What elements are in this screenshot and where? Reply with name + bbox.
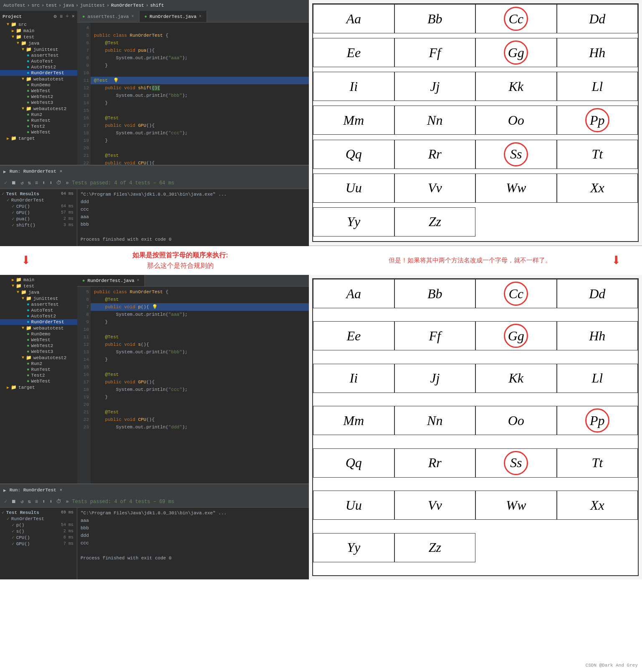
b-expand-btn[interactable]: ≡: [34, 499, 39, 505]
tree-item-b-target[interactable]: ▶ 📁 target: [0, 384, 77, 390]
tree-item-b-webtest[interactable]: ● WebTest: [0, 337, 77, 343]
arrow-left: ⬇: [21, 250, 31, 271]
b-check-btn[interactable]: ✓: [3, 498, 8, 505]
top-section: AutoTest › src › test › java › junittest…: [0, 0, 642, 246]
tree-item-runtest[interactable]: ● RunTest: [0, 118, 77, 123]
tree-item-webautotest2[interactable]: ▼ 📁 webautotest2: [0, 106, 77, 112]
middle-annotation: ⬇ 如果是按照首字母的顺序来执行: 那么这个是符合规则的 但是！如果将其中两个方…: [0, 246, 642, 275]
stop-btn[interactable]: ⏹: [10, 180, 17, 186]
tree-item-b-autotest2[interactable]: ● AutoTest2: [0, 313, 77, 319]
tree-item-webtest3[interactable]: ● WebTest3: [0, 100, 77, 106]
alpha-cell-g: Gg: [475, 38, 557, 67]
tree-item-b-webtest-last[interactable]: ● WebTest: [0, 378, 77, 384]
tree-item-b-webautotest[interactable]: ▼ 📁 webautotest: [0, 325, 77, 331]
alpha-cell-f: Ff: [394, 38, 476, 67]
alpha-cell-u: Uu: [313, 174, 394, 203]
b-collapse-btn[interactable]: ⬆: [41, 498, 46, 505]
tree-item-b-junittest[interactable]: ▼ 📁 junittest: [0, 295, 77, 302]
tree-item-webautotest[interactable]: ▼ 📁 webautotest: [0, 76, 77, 82]
tree-item-src[interactable]: ▼ 📁 src: [0, 21, 77, 28]
timer-btn[interactable]: ⏱: [56, 180, 62, 186]
tab-asserttest[interactable]: ● assertTest.java ×: [77, 11, 139, 22]
tree-item-runordertest[interactable]: ● RunOrderTest: [0, 70, 77, 76]
annotation-center: 如果是按照首字母的顺序来执行: 那么这个是符合规则的: [31, 251, 329, 270]
tab-runordertest[interactable]: ● RunOrderTest.java ×: [139, 11, 207, 22]
b-timer-btn[interactable]: ⏱: [56, 498, 62, 505]
alpha-cell-p: Pp: [557, 106, 638, 135]
tree-item-b-java[interactable]: ▼ 📁 java: [0, 289, 77, 295]
expand-btn[interactable]: ≡: [34, 180, 39, 186]
b-down-btn[interactable]: ⬇: [48, 498, 53, 505]
tree-item-b-asserttest[interactable]: ● assertTest: [0, 302, 77, 307]
tree-item-webtest-b2[interactable]: ● WebTest: [0, 129, 77, 135]
tree-item-asserttest[interactable]: ● assertTest: [0, 53, 77, 58]
alpha-cell-v: Vv: [394, 491, 476, 520]
tree-item-webtest[interactable]: ● WebTest: [0, 88, 77, 94]
alpha-cell-i: Ii: [313, 72, 394, 101]
tree-item-b-webautotest2[interactable]: ▼ 📁 webautotest2: [0, 355, 77, 361]
code-content-top: public class RunOrderTest { @Test public…: [91, 23, 309, 165]
tree-item-b-autotest[interactable]: ● AutoTest: [0, 307, 77, 313]
b-more-btn[interactable]: »: [65, 499, 69, 505]
alpha-cell-m: Mm: [313, 406, 394, 435]
tree-item-b-runordertest[interactable]: ● RunOrderTest: [0, 319, 77, 325]
b-run-test-gpu: ✓ GPU() 7 ms: [2, 541, 75, 547]
check-btn[interactable]: ✓: [3, 180, 8, 186]
tree-item-autotest2[interactable]: ● AutoTest2: [0, 64, 77, 70]
tree-item-target[interactable]: ▶ 📁 target: [0, 135, 77, 141]
tree-item-junittest[interactable]: ▼ 📁 junittest: [0, 46, 77, 53]
alpha-cell-z: Zz: [394, 207, 476, 237]
ide-panel-top: AutoTest › src › test › java › junittest…: [0, 0, 309, 246]
run-toolbar-top: ✓ ⏹ ↺ ⇅ ≡ ⬆ ⬇ ⏱ » Tests passed: 4 of 4 t…: [0, 177, 309, 189]
alpha-cell-k: Kk: [475, 364, 557, 393]
rerun-btn[interactable]: ↺: [20, 180, 24, 186]
alpha-cell-o: Oo: [475, 106, 557, 135]
alpha-cell-l: Ll: [557, 364, 638, 393]
more-btn[interactable]: »: [65, 180, 69, 186]
tree-item-java[interactable]: ▼ 📁 java: [0, 40, 77, 46]
run-results-header: ✓ Test Results 64 ms: [2, 191, 75, 197]
alpha-cell-w: Ww: [475, 174, 557, 203]
alpha-cell-b: Bb: [394, 279, 476, 308]
run-test-cpu: ✓ CPU() 64 ms: [2, 203, 75, 209]
alpha-cell-b: Bb: [394, 4, 476, 33]
down-btn[interactable]: ⬇: [48, 180, 53, 186]
alpha-cell-p: Pp: [557, 406, 638, 435]
file-tree-bottom: ▶ 📁 main ▼ 📁 test ▼ 📁 java ▼ 📁 j: [0, 275, 77, 483]
tree-item-b-test2[interactable]: ● Test2: [0, 372, 77, 378]
tree-item-b-webtest3[interactable]: ● WebTest3: [0, 349, 77, 355]
tree-item-rundemo[interactable]: ● RunDemo: [0, 82, 77, 88]
alpha-cell-c: Cc: [475, 279, 557, 308]
alpha-cell-d: Dd: [557, 4, 638, 33]
tree-item-test[interactable]: ▼ 📁 test: [0, 34, 77, 40]
tree-item-b-run2[interactable]: ● Run2: [0, 361, 77, 367]
ide-body-bottom: ▶ 📁 main ▼ 📁 test ▼ 📁 java ▼ 📁 j: [0, 275, 309, 483]
alpha-cell-c: Cc: [475, 4, 557, 33]
file-tree-top: Project ⚙ ≡ ÷ × ▼ 📁 src ▶ 📁 main ▼ 📁 tes…: [0, 11, 77, 165]
run-panel-top: ▶ Run: RunOrderTest × ✓ ⏹ ↺ ⇅ ≡ ⬆ ⬇ ⏱ » …: [0, 165, 309, 246]
b-rerun-btn[interactable]: ↺: [20, 498, 24, 505]
tab-bar-bottom: ● RunOrderTest.java ×: [77, 275, 309, 287]
tree-item-test2[interactable]: ● Test2: [0, 123, 77, 129]
tree-header: Project ⚙ ≡ ÷ ×: [0, 13, 77, 20]
code-area-bottom: ● RunOrderTest.java × 5 6 7 8 9 10 11 12: [77, 275, 309, 483]
sort-btn[interactable]: ⇅: [27, 180, 31, 186]
tree-item-b-test[interactable]: ▼ 📁 test: [0, 283, 77, 289]
alpha-cell-d: Dd: [557, 279, 638, 308]
alpha-cell-y: Yy: [313, 533, 394, 562]
tree-item-b-rundemo[interactable]: ● RunDemo: [0, 331, 77, 337]
tree-item-main[interactable]: ▶ 📁 main: [0, 28, 77, 34]
tab-b-runordertest[interactable]: ● RunOrderTest.java ×: [77, 275, 145, 286]
tree-item-autotest[interactable]: ● AutoTest: [0, 58, 77, 64]
tree-item-b-main[interactable]: ▶ 📁 main: [0, 277, 77, 283]
b-stop-btn[interactable]: ⏹: [10, 498, 17, 505]
b-run-suite: ✓ RunOrderTest: [2, 516, 75, 522]
collapse-btn[interactable]: ⬆: [41, 180, 46, 186]
tree-item-b-runtest[interactable]: ● RunTest: [0, 367, 77, 372]
tree-item-b-webtest2[interactable]: ● WebTest2: [0, 343, 77, 349]
alpha-cell-f: Ff: [394, 321, 476, 350]
tree-item-run2[interactable]: ● Run2: [0, 112, 77, 118]
alpha-cell-i: Ii: [313, 364, 394, 393]
tree-item-webtest2[interactable]: ● WebTest2: [0, 94, 77, 100]
b-sort-btn[interactable]: ⇅: [27, 498, 31, 505]
